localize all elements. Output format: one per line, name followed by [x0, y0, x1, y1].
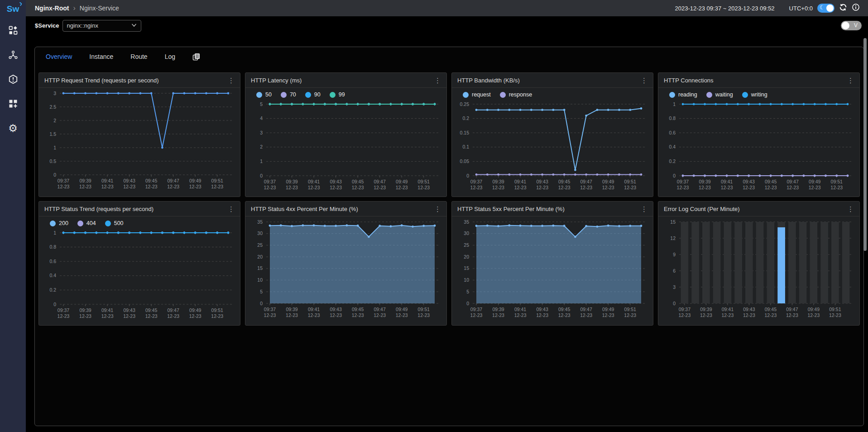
svg-text:15: 15 [670, 219, 676, 225]
svg-text:09:45: 09:45 [145, 307, 157, 313]
kebab-menu-icon[interactable]: ⋮ [228, 77, 235, 84]
time-range-picker[interactable]: 2023-12-23 09:37 ~ 2023-12-23 09:52 [675, 5, 775, 12]
svg-text:09:51: 09:51 [418, 307, 430, 312]
svg-text:12-23: 12-23 [308, 312, 320, 318]
theme-toggle[interactable]: ☾ [817, 4, 834, 13]
svg-text:12-23: 12-23 [264, 312, 276, 318]
chart-canvas: 0510152025303509:3712-2309:3912-2309:411… [245, 216, 446, 324]
kebab-menu-icon[interactable]: ⋮ [434, 77, 441, 84]
legend-item-request[interactable]: request [463, 91, 491, 98]
svg-text:09:41: 09:41 [721, 179, 733, 184]
legend-item-writing[interactable]: writing [742, 91, 767, 98]
scrollbar-thumb[interactable] [863, 38, 867, 251]
svg-text:0.4: 0.4 [49, 273, 56, 278]
kebab-menu-icon[interactable]: ⋮ [641, 77, 647, 84]
legend-item-500[interactable]: 500 [105, 220, 124, 226]
documents-icon[interactable] [192, 53, 200, 61]
info-button[interactable] [852, 3, 860, 13]
legend-label: 404 [86, 220, 96, 226]
kebab-menu-icon[interactable]: ⋮ [847, 206, 854, 212]
tab-route[interactable]: Route [130, 53, 147, 60]
svg-text:12-23: 12-23 [211, 184, 223, 189]
svg-text:12-23: 12-23 [514, 312, 527, 318]
svg-text:12-23: 12-23 [743, 185, 755, 190]
panel-header: Error Log Count (Per Minute)⋮ [658, 202, 859, 216]
legend-item-90[interactable]: 90 [305, 91, 321, 98]
svg-text:0.8: 0.8 [669, 115, 676, 121]
legend-item-waiting[interactable]: waiting [706, 91, 733, 98]
svg-text:12-23: 12-23 [123, 313, 135, 319]
tab-instance[interactable]: Instance [89, 53, 113, 60]
kebab-menu-icon[interactable]: ⋮ [641, 206, 647, 212]
legend-item-200[interactable]: 200 [50, 220, 68, 226]
svg-text:10: 10 [464, 277, 469, 283]
tab-overview[interactable]: Overview [46, 53, 72, 60]
svg-text:12-23: 12-23 [352, 312, 364, 318]
svg-text:09:43: 09:43 [743, 179, 754, 184]
svg-text:0: 0 [53, 302, 56, 307]
legend-dot [742, 92, 748, 98]
theme-toggle-knob [826, 5, 834, 12]
svg-text:09:45: 09:45 [558, 307, 570, 312]
panel-header: HTTP Status 4xx Percent Per Minute (%)⋮ [245, 202, 446, 216]
svg-text:2: 2 [260, 144, 263, 149]
svg-text:09:49: 09:49 [602, 179, 614, 184]
svg-text:12-23: 12-23 [189, 184, 201, 189]
chart-panel: HTTP Connections⋮readingwaitingwriting00… [658, 72, 860, 197]
svg-text:0.6: 0.6 [669, 130, 676, 135]
breadcrumb-root[interactable]: Nginx-Root [35, 5, 69, 12]
sidebar-item-topology[interactable] [0, 43, 26, 67]
legend-dot [706, 92, 712, 98]
edit-mode-toggle[interactable]: V [841, 21, 862, 30]
service-select[interactable]: nginx::nginx [62, 20, 141, 32]
kebab-menu-icon[interactable]: ⋮ [434, 206, 441, 212]
panel-title: HTTP Status 4xx Percent Per Minute (%) [251, 206, 358, 212]
legend-item-404[interactable]: 404 [77, 220, 96, 226]
svg-text:09:39: 09:39 [699, 179, 710, 184]
chart-panel: Error Log Count (Per Minute)⋮0369121509:… [658, 201, 860, 326]
svg-text:09:47: 09:47 [580, 307, 592, 312]
sidebar-item-marketplace[interactable] [0, 91, 26, 116]
legend-dot [500, 92, 506, 98]
svg-text:09:39: 09:39 [286, 307, 297, 312]
legend-label: writing [751, 91, 767, 98]
svg-text:12-23: 12-23 [417, 312, 430, 318]
variable-bar: $Service nginx::nginx V [26, 16, 868, 35]
legend-item-70[interactable]: 70 [281, 91, 296, 98]
legend-label: response [509, 91, 532, 98]
svg-text:09:47: 09:47 [787, 179, 799, 184]
legend-dot [305, 92, 311, 98]
svg-text:5: 5 [466, 289, 469, 294]
svg-text:20: 20 [464, 254, 469, 259]
kebab-menu-icon[interactable]: ⋮ [847, 77, 854, 84]
tab-log[interactable]: Log [165, 53, 175, 60]
svg-text:12-23: 12-23 [536, 185, 548, 190]
svg-text:5: 5 [260, 101, 263, 107]
svg-text:12-23: 12-23 [624, 312, 636, 318]
svg-text:0.8: 0.8 [49, 244, 56, 250]
legend-item-response[interactable]: response [500, 91, 532, 98]
svg-text:15: 15 [464, 265, 469, 271]
svg-text:09:43: 09:43 [123, 178, 135, 183]
svg-text:09:41: 09:41 [308, 307, 320, 312]
legend-dot [669, 92, 675, 98]
chart-canvas: 00.511.522.5309:3712-2309:3912-2309:4112… [39, 88, 240, 196]
svg-text:09:47: 09:47 [580, 179, 592, 184]
refresh-button[interactable] [839, 3, 847, 13]
legend-item-reading[interactable]: reading [669, 91, 697, 98]
sidebar-item-dashboards[interactable] [0, 18, 26, 43]
sidebar-item-settings[interactable]: ⚙ [0, 116, 26, 140]
legend-label: reading [678, 91, 697, 98]
legend-item-50[interactable]: 50 [256, 91, 272, 98]
panel-header: HTTP Bandwidth (KB/s)⋮ [452, 73, 653, 88]
svg-text:30: 30 [257, 230, 263, 236]
sidebar-item-alerting[interactable] [0, 67, 26, 91]
info-icon [852, 3, 860, 13]
svg-text:12-23: 12-23 [536, 312, 548, 318]
svg-text:12-23: 12-23 [79, 313, 91, 319]
svg-text:09:41: 09:41 [722, 307, 734, 312]
panel-header: HTTP Connections⋮ [658, 73, 859, 88]
kebab-menu-icon[interactable]: ⋮ [228, 206, 235, 212]
svg-text:12-23: 12-23 [145, 184, 158, 189]
legend-item-99[interactable]: 99 [330, 91, 345, 98]
